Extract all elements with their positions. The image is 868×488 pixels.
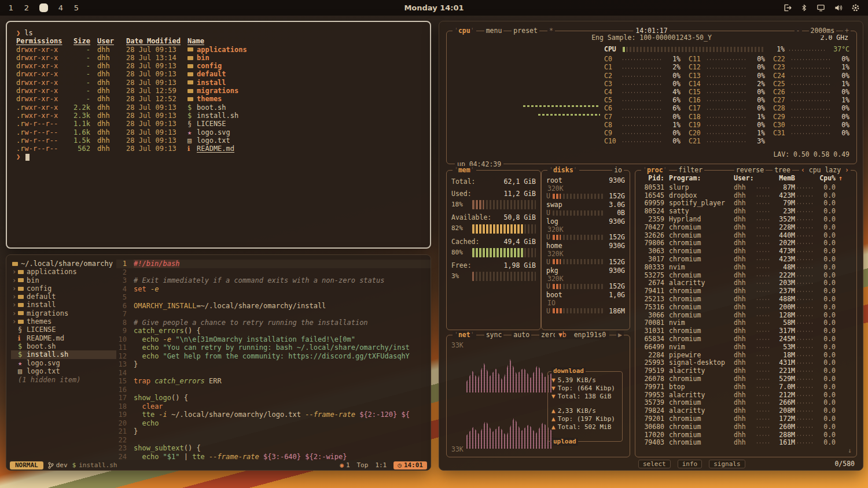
process-row[interactable]: 32626 chromium dhh 440M 0.0: [638, 231, 836, 239]
col-user[interactable]: User:: [734, 174, 755, 182]
prompt-line-empty[interactable]: ❯: [16, 153, 421, 161]
workspace-button[interactable]: 4: [58, 3, 64, 13]
process-row[interactable]: 35739 chromium dhh 266M 0.0: [638, 399, 836, 407]
process-row[interactable]: 66499 nvim dhh 53M 0.0: [638, 343, 836, 351]
process-row[interactable]: 79953 alacritty dhh 212M 0.0: [638, 391, 836, 399]
tree-item[interactable]: install.sh: [11, 350, 116, 358]
process-row[interactable]: 31031 chromium dhh 317M 0.0: [638, 327, 836, 335]
tree-item[interactable]: LICENSE: [11, 326, 116, 334]
process-row[interactable]: 65834 chromium dhh 245M 0.0: [638, 335, 836, 343]
code-text: # Give people a chance to retry running …: [134, 319, 368, 327]
col-memory[interactable]: MemB: [771, 174, 795, 182]
window-files-terminal[interactable]: ❯ ls Permissions Size User Date Modified…: [6, 21, 431, 249]
process-row[interactable]: 53275 chromium dhh 222M 0.0: [638, 271, 836, 279]
process-row[interactable]: 2674 alacritty dhh 203M 0.0: [638, 279, 836, 287]
window-neovim-editor[interactable]: ~/.local/share/omarchy applications bin: [6, 254, 431, 471]
process-memory: 208M: [771, 406, 795, 415]
process-row[interactable]: 79806 chromium dhh 202M 0.0: [638, 239, 836, 247]
tree-item[interactable]: themes: [11, 317, 116, 326]
window-btop-monitor[interactable]: cpu menu preset * 14:01:17 - 2000ms + En…: [439, 21, 863, 471]
interval-minus-button[interactable]: -: [795, 27, 802, 35]
network-interface[interactable]: ▼b enp191s0: [555, 331, 609, 339]
tree-item[interactable]: default: [11, 293, 116, 301]
net-sync-button[interactable]: sync: [484, 331, 504, 339]
process-row[interactable]: 80333 nvim dhh 48M 0.0: [638, 263, 836, 271]
core-percent: 1%: [831, 63, 849, 71]
network-icon[interactable]: [816, 3, 825, 12]
process-cpu-graph: [796, 440, 815, 445]
interval-plus-button[interactable]: +: [843, 27, 851, 35]
tree-item[interactable]: README.md: [11, 334, 116, 342]
menu-button[interactable]: menu: [484, 27, 504, 35]
net-auto-button[interactable]: auto: [512, 331, 531, 339]
tree-item[interactable]: logo.svg: [11, 359, 116, 367]
process-row[interactable]: 25213 chromium dhh 488M 0.0: [638, 295, 836, 303]
process-row[interactable]: 30680 chromium dhh 260M 0.0: [638, 423, 836, 431]
bits-toggle[interactable]: ▼b: [557, 331, 568, 339]
select-button[interactable]: select: [638, 460, 671, 468]
process-row[interactable]: 79824 alacritty dhh 208M 0.0: [638, 406, 836, 415]
process-row[interactable]: 26078 chromium dhh 529M 0.0: [638, 375, 836, 383]
tree-item[interactable]: bin: [11, 276, 116, 284]
load-average: LAV: 0.50 0.58 0.49: [773, 150, 849, 158]
info-button[interactable]: info: [678, 460, 703, 468]
signals-button[interactable]: signals: [709, 460, 745, 468]
process-row[interactable]: 79403 chromium dhh 161M 0.0: [638, 439, 836, 447]
process-row[interactable]: 80531 slurp dhh 87M 0.0: [638, 183, 836, 191]
process-row[interactable]: 17020 chromium dhh 288M 0.0: [638, 431, 836, 439]
preset-button[interactable]: preset: [512, 27, 539, 35]
workspace-button[interactable]: [39, 3, 48, 12]
process-row[interactable]: 25993 signal-desktop dhh 431M 0.0: [638, 359, 836, 367]
process-row[interactable]: 69959 spotify_player dhh 79M 0.0: [638, 199, 836, 208]
process-row[interactable]: 3066 chromium dhh 128M 0.0: [638, 311, 836, 319]
tree-root[interactable]: ~/.local/share/omarchy: [11, 260, 116, 268]
tree-item[interactable]: install: [11, 301, 116, 309]
disk-used-label: U: [546, 282, 550, 290]
process-pid: 80531: [638, 183, 664, 191]
tree-button[interactable]: tree: [773, 166, 792, 175]
tree-item[interactable]: logo.txt: [11, 367, 116, 375]
process-row[interactable]: 79411 chromium dhh 237M 0.0: [638, 287, 836, 295]
workspace-button[interactable]: 1: [8, 3, 14, 13]
col-pid[interactable]: Pid:: [638, 174, 664, 182]
process-row[interactable]: 2359 Hyprland dhh 352M 0.0: [638, 215, 836, 223]
logout-icon[interactable]: [783, 3, 792, 12]
process-cpu-graph: [796, 344, 815, 349]
tree-item[interactable]: migrations: [11, 309, 116, 317]
process-row[interactable]: 16545 dropbox dhh 423M 0.0: [638, 191, 836, 199]
process-row[interactable]: 3063 chromium dhh 473M 0.0: [638, 247, 836, 255]
mem-box-header: mem: [453, 166, 476, 175]
sort-direction-arrow[interactable]: ↑: [838, 174, 843, 182]
vim-mode-badge: NORMAL: [10, 461, 43, 469]
col-cpu[interactable]: Cpu%: [816, 174, 836, 182]
process-row[interactable]: 79971 btop dhh 7.0M 0.0: [638, 383, 836, 391]
process-name: spotify_player: [669, 199, 734, 207]
tree-item[interactable]: config: [11, 284, 116, 293]
bluetooth-icon[interactable]: [800, 3, 808, 12]
workspace-button[interactable]: 2: [24, 3, 30, 13]
volume-icon[interactable]: [834, 3, 843, 12]
tree-item[interactable]: applications: [11, 268, 116, 276]
settings-gear-icon[interactable]: [851, 3, 860, 12]
process-row[interactable]: 70081 nvim dhh 58M 0.0: [638, 319, 836, 327]
col-program[interactable]: Program:: [669, 174, 734, 182]
process-row[interactable]: 3017 chromium dhh 423M 0.0: [638, 255, 836, 263]
process-row[interactable]: 80524 satty dhh 23M 0.0: [638, 207, 836, 215]
scroll-down-arrow[interactable]: ↓: [848, 446, 852, 454]
process-row[interactable]: 75316 chromium dhh 200M 0.0: [638, 303, 836, 311]
io-mode-button[interactable]: io: [612, 166, 624, 175]
btop-footer: select info signals 0/580: [638, 459, 855, 469]
sort-mode-selector[interactable]: cpu lazy: [799, 166, 851, 175]
workspace-button[interactable]: 5: [73, 3, 79, 13]
process-row[interactable]: 70427 chromium dhh 228M 0.0: [638, 223, 836, 231]
next-interface-button[interactable]: ▶: [616, 331, 624, 339]
process-row[interactable]: 2284 pipewire dhh 18M 0.0: [638, 351, 836, 359]
cpu-box-title: cpu: [453, 27, 476, 35]
code-editor-area[interactable]: 1 #!/bin/bash 2 3 # Exit immediately if …: [116, 255, 431, 460]
filter-button[interactable]: filter: [677, 166, 705, 175]
reverse-button[interactable]: reverse: [734, 166, 766, 175]
process-row[interactable]: 79519 alacritty dhh 221M 0.0: [638, 367, 836, 375]
tree-item[interactable]: boot.sh: [11, 342, 116, 350]
process-row[interactable]: 79201 chromium dhh 172M 0.0: [638, 415, 836, 423]
disk-name: log: [546, 217, 558, 225]
